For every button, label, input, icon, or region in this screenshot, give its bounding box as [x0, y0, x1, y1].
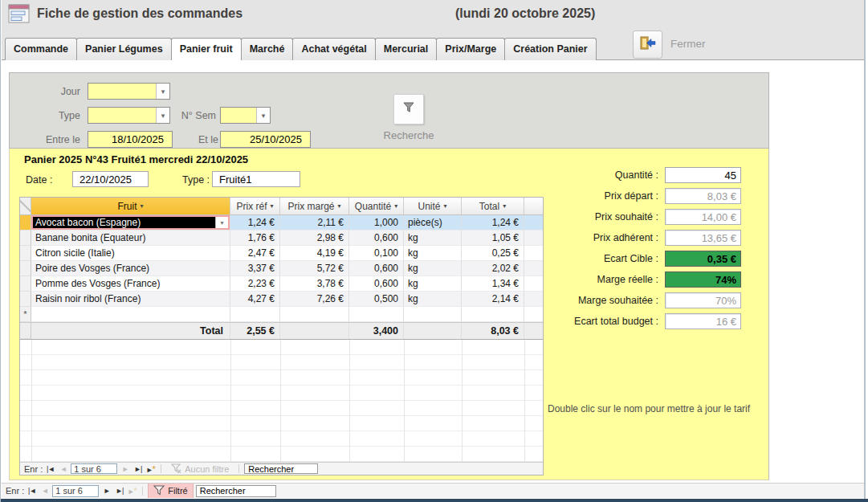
- recherche-button[interactable]: [393, 94, 424, 124]
- prix-marge-cell[interactable]: 2,11 €: [280, 215, 349, 231]
- first-record-button[interactable]: |◄: [26, 487, 37, 495]
- unite-cell[interactable]: kg: [404, 246, 462, 261]
- fruit-cell[interactable]: Poire des Vosges (France): [31, 261, 230, 276]
- form-icon: [8, 4, 30, 27]
- quantite-cell[interactable]: 0,600: [349, 276, 404, 292]
- quantite-cell[interactable]: 0,600: [349, 261, 404, 276]
- unite-cell[interactable]: kg: [404, 231, 462, 246]
- fruit-cell[interactable]: Banane bonita (Equateur): [31, 231, 230, 246]
- dropdown-icon[interactable]: ▾: [444, 202, 447, 210]
- row-selector[interactable]: [20, 276, 31, 292]
- record-position-box[interactable]: 1 sur 6: [52, 485, 99, 497]
- quantite-cell[interactable]: 0,500: [349, 292, 404, 307]
- dropdown-icon[interactable]: ▾: [140, 202, 143, 210]
- datasheet-corner[interactable]: [20, 198, 31, 215]
- record-position-box[interactable]: 1 sur 6: [71, 463, 117, 474]
- fruits-datasheet: Fruit ▾ Prix réf ▾ Prix margé ▾ Quantité…: [19, 197, 544, 475]
- chevron-down-icon[interactable]: ▾: [156, 84, 169, 99]
- last-record-button[interactable]: ►|: [132, 465, 143, 473]
- first-record-button[interactable]: |◄: [45, 465, 55, 473]
- column-header-total[interactable]: Total ▾: [462, 198, 524, 215]
- ecart-budget-field: 16 €: [665, 313, 741, 329]
- column-header-unite[interactable]: Unité ▾: [404, 198, 462, 215]
- num-sem-combo[interactable]: ▾: [220, 107, 271, 124]
- dropdown-icon[interactable]: ▾: [338, 202, 341, 210]
- mainform-filter-toggle[interactable]: Filtré: [148, 484, 193, 498]
- row-selector[interactable]: [20, 246, 31, 261]
- total-cell[interactable]: 0,25 €: [462, 246, 524, 261]
- quantite-cell[interactable]: 0,600: [349, 231, 404, 246]
- marge-souhaitee-field: 70%: [665, 292, 741, 308]
- total-row-label: Total: [31, 323, 230, 339]
- column-header-prix-ref[interactable]: Prix réf ▾: [230, 198, 280, 215]
- prix-ref-cell[interactable]: 2,47 €: [230, 246, 280, 261]
- fruit-cell[interactable]: Avocat bacon (Espagne) ▾: [31, 215, 230, 231]
- tab-mercurial[interactable]: Mercurial: [375, 38, 438, 60]
- tab-prix-marge[interactable]: Prix/Marge: [436, 38, 505, 60]
- quantite-cell[interactable]: 1,000: [349, 215, 404, 231]
- column-header-fruit[interactable]: Fruit ▾: [31, 198, 230, 215]
- dropdown-icon[interactable]: ▾: [394, 202, 397, 210]
- prix-ref-cell[interactable]: 1,24 €: [230, 215, 280, 231]
- fruit-cell[interactable]: Pomme des Vosges (France): [31, 276, 230, 292]
- dropdown-icon[interactable]: ▾: [271, 202, 274, 210]
- next-record-button[interactable]: ►: [101, 487, 112, 495]
- datasheet-header-row: Fruit ▾ Prix réf ▾ Prix margé ▾ Quantité…: [20, 198, 543, 215]
- tab-achat-vegetal[interactable]: Achat végétal: [292, 38, 375, 60]
- prix-ref-cell[interactable]: 4,27 €: [230, 292, 280, 307]
- chevron-down-icon[interactable]: ▾: [256, 108, 270, 123]
- new-record-button[interactable]: ►*: [145, 464, 156, 474]
- prix-ref-cell[interactable]: 1,76 €: [230, 231, 280, 246]
- subform-search-input[interactable]: Rechercher: [244, 463, 318, 474]
- mainform-search-input[interactable]: Rechercher: [196, 485, 276, 497]
- mainform-record-navbar: Enr : |◄ ◄ 1 sur 6 ► ►| ►* Filtré Recher…: [2, 483, 864, 498]
- tab-panier-legumes[interactable]: Panier Légumes: [76, 38, 172, 60]
- column-header-quantite[interactable]: Quantité ▾: [349, 198, 404, 215]
- tab-commande[interactable]: Commande: [5, 38, 77, 60]
- total-cell[interactable]: 1,05 €: [462, 231, 524, 246]
- unite-cell[interactable]: pièce(s): [404, 215, 462, 231]
- fruit-cell[interactable]: Citron sicile (Italie): [31, 246, 230, 261]
- unite-cell[interactable]: kg: [404, 292, 462, 307]
- quantite-input[interactable]: 45: [665, 167, 741, 183]
- unite-cell[interactable]: kg: [404, 276, 462, 292]
- subform-filter-toggle[interactable]: Aucun filtre: [166, 463, 234, 475]
- dropdown-icon[interactable]: ▾: [503, 202, 506, 210]
- chevron-down-icon[interactable]: ▾: [215, 217, 228, 228]
- total-cell[interactable]: 2,02 €: [462, 261, 524, 276]
- row-selector[interactable]: [20, 215, 31, 231]
- fermer-button[interactable]: [633, 31, 662, 59]
- total-cell[interactable]: 1,24 €: [462, 215, 524, 231]
- prix-depart-field: 8,03 €: [665, 188, 741, 204]
- prix-marge-cell[interactable]: 2,98 €: [280, 231, 349, 246]
- tab-creation-panier[interactable]: Création Panier: [504, 38, 596, 60]
- unite-cell[interactable]: kg: [404, 261, 462, 276]
- total-amount: 8,03 €: [462, 323, 524, 339]
- et-le-input[interactable]: 25/10/2025: [220, 131, 311, 148]
- tab-list: Commande Panier Légumes Panier fruit Mar…: [5, 38, 596, 60]
- last-record-button[interactable]: ►|: [114, 487, 124, 495]
- fruit-cell[interactable]: Raisin noir ribol (France): [31, 292, 230, 307]
- prix-ref-cell[interactable]: 2,23 €: [230, 276, 280, 292]
- tab-panier-fruit[interactable]: Panier fruit: [171, 38, 242, 60]
- column-header-prix-marge[interactable]: Prix margé ▾: [280, 198, 349, 215]
- date-label: Date :: [26, 174, 52, 186]
- et-le-label: Et le: [148, 134, 218, 145]
- total-cell[interactable]: 2,14 €: [462, 292, 524, 307]
- row-selector[interactable]: [20, 231, 31, 246]
- prix-marge-cell[interactable]: 5,72 €: [280, 261, 349, 276]
- tab-marche[interactable]: Marché: [241, 38, 294, 60]
- prix-ref-cell[interactable]: 3,37 €: [230, 261, 280, 276]
- type-field-input[interactable]: Fruité1: [212, 171, 300, 187]
- prix-marge-cell[interactable]: 4,19 €: [280, 246, 349, 261]
- jour-combo[interactable]: ▾: [88, 83, 170, 100]
- prix-marge-cell[interactable]: 7,26 €: [280, 292, 349, 307]
- prix-marge-cell[interactable]: 3,78 €: [280, 276, 349, 292]
- new-record-marker[interactable]: *: [20, 307, 31, 322]
- date-input[interactable]: 22/10/2025: [72, 171, 149, 187]
- row-selector[interactable]: [20, 292, 31, 307]
- total-cell[interactable]: 1,34 €: [462, 276, 524, 292]
- ecart-cible-label: Ecart Cible :: [544, 253, 665, 264]
- quantite-cell[interactable]: 0,100: [349, 246, 404, 261]
- row-selector[interactable]: [20, 261, 31, 276]
